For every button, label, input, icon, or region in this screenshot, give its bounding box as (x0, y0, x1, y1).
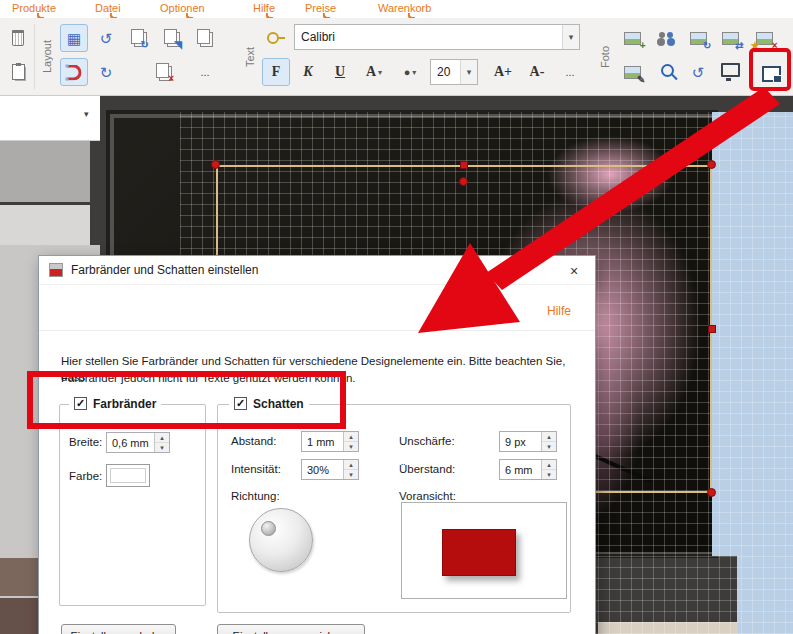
main-toolbar: Layout ▦ ↺ ↻ ◥ ↻ × ... Text Calibri ▾ F … (0, 18, 793, 96)
intensitaet-label: Intensität: (231, 463, 281, 475)
selection-rotation-handle[interactable] (459, 177, 468, 186)
find-person-button[interactable] (652, 58, 680, 86)
selection-handle-bottom-right[interactable] (707, 488, 716, 497)
fill-style-button[interactable]: ● ▾ (394, 58, 426, 86)
abstand-spinner[interactable]: 1 mm ▴▾ (301, 431, 359, 452)
menu-item-warenkorb[interactable]: Warenkorb (378, 2, 431, 14)
magnet-icon (67, 64, 82, 80)
sidebar-dropdown-icon[interactable]: ▾ (84, 109, 89, 119)
sidebar-thumbnail[interactable] (0, 141, 90, 202)
font-size-combo[interactable]: 20 ▾ (430, 59, 478, 85)
add-photo-button[interactable]: + (618, 24, 646, 52)
page-margin-area[interactable] (712, 112, 793, 556)
spin-up-icon[interactable]: ▴ (344, 432, 358, 442)
sidebar-color-swatch[interactable] (0, 558, 38, 596)
layer-pages-button[interactable] (191, 24, 219, 52)
delete-page-button[interactable]: × (150, 58, 178, 86)
snap-magnet-button[interactable] (60, 58, 88, 86)
rotate-right-button[interactable]: ↻ (92, 58, 120, 86)
selection-handle-top-center[interactable] (460, 161, 468, 169)
more-icon: ... (565, 67, 574, 78)
italic-button[interactable]: K (294, 58, 322, 86)
edit-photo-button[interactable]: ✎ (618, 58, 646, 86)
image-icon: ↻ (690, 32, 707, 45)
underline-button[interactable]: U (326, 58, 354, 86)
preview-red-rectangle (442, 529, 516, 576)
page-margin-area[interactable] (737, 556, 793, 634)
rotate-right-icon: ↻ (100, 65, 113, 80)
spin-down-icon[interactable]: ▾ (155, 443, 169, 452)
menu-item-preise[interactable]: Preise (305, 2, 336, 14)
sidebar-thumbnail[interactable] (0, 205, 90, 245)
farbe-color-swatch[interactable] (106, 464, 150, 487)
dial-knob[interactable] (261, 521, 276, 536)
chevron-down-icon[interactable]: ▾ (562, 25, 579, 49)
image-icon: ⇄ (722, 32, 739, 45)
load-settings-button[interactable]: Einstellungen laden (61, 624, 176, 634)
selection-handle-top-left[interactable] (211, 160, 220, 169)
direction-dial[interactable] (249, 508, 313, 572)
delete-button[interactable] (4, 24, 32, 52)
borders-shadows-dialog-button[interactable] (757, 60, 785, 88)
rotate-page-button[interactable]: ↺ (92, 24, 120, 52)
font-family-combo[interactable]: Calibri ▾ (294, 24, 580, 50)
refresh-photo-button[interactable]: ↻ (684, 24, 712, 52)
exchange-photo-button[interactable]: ⇄ (716, 24, 744, 52)
layout-more-button[interactable]: ... (191, 58, 219, 86)
spin-up-icon[interactable]: ▴ (542, 460, 556, 470)
spin-down-icon[interactable]: ▾ (542, 442, 556, 451)
preview-screen-button[interactable] (716, 58, 744, 86)
schatten-checkbox[interactable]: ✓ (234, 397, 247, 410)
menu-item-produkte[interactable]: Produkte (12, 2, 56, 14)
paste-button[interactable] (4, 58, 32, 86)
spin-up-icon[interactable]: ▴ (155, 433, 169, 443)
sidebar-color-swatch[interactable] (0, 598, 38, 634)
unschaerfe-spinner[interactable]: 9 px ▴▾ (499, 431, 557, 452)
swap-persons-button[interactable] (652, 24, 680, 52)
text-more-button[interactable]: ... (556, 58, 584, 86)
menu-item-optionen[interactable]: Optionen (160, 2, 205, 14)
italic-icon: K (303, 64, 312, 80)
font-size-value: 20 (431, 65, 460, 79)
selection-handle-top-right[interactable] (707, 160, 716, 169)
bold-button[interactable]: F (262, 58, 290, 86)
flip-page-button[interactable]: ↻ (125, 24, 153, 52)
save-settings-button[interactable]: Einstellungen speichern (217, 624, 365, 634)
menu-item-datei[interactable]: Datei (95, 2, 121, 14)
dialog-title-bar[interactable]: Farbränder und Schatten einstellen × (39, 256, 595, 285)
undo-photo-button[interactable]: ↺ (684, 58, 712, 86)
breite-combo[interactable]: 0,6 mm ▴▾ (106, 432, 170, 453)
ueberstand-label: Überstand: (399, 463, 455, 475)
font-manager-button[interactable] (262, 24, 290, 52)
foto-group-label: Foto (598, 18, 612, 95)
close-icon[interactable]: × (565, 262, 583, 280)
help-link[interactable]: Hilfe (547, 304, 571, 318)
spin-down-icon[interactable]: ▾ (344, 442, 358, 451)
remove-photo-button[interactable]: ×★ (750, 24, 778, 52)
sidebar-header: ▾ (0, 95, 100, 141)
ueberstand-spinner[interactable]: 6 mm ▴▾ (499, 459, 557, 480)
borders-shadows-dialog: Farbränder und Schatten einstellen × Hil… (38, 255, 596, 634)
spin-up-icon[interactable]: ▴ (542, 432, 556, 442)
font-color-button[interactable]: A ▾ (358, 58, 390, 86)
intensitaet-spinner[interactable]: 30% ▴▾ (301, 459, 359, 480)
image-icon: ✎ (624, 66, 641, 79)
breite-value: 0,6 mm (107, 433, 154, 452)
font-size-down-button[interactable]: A- (522, 58, 552, 86)
spin-down-icon[interactable]: ▾ (542, 470, 556, 479)
toggle-grid-button[interactable]: ▦ (60, 24, 88, 52)
selection-handle-middle-right[interactable] (708, 325, 716, 333)
farbraender-checkbox[interactable]: ✓ (74, 397, 87, 410)
font-size-up-button[interactable]: A+ (488, 58, 518, 86)
magnifier-icon (661, 64, 674, 77)
spin-down-icon[interactable]: ▾ (344, 470, 358, 479)
page-edge (598, 622, 738, 634)
page-icon: × (156, 63, 169, 78)
farbe-label: Farbe: (69, 470, 102, 482)
spin-up-icon[interactable]: ▴ (344, 460, 358, 470)
chevron-down-icon[interactable]: ▾ (460, 60, 477, 84)
people-icon (658, 32, 674, 44)
copy-page-button[interactable]: ◥ (158, 24, 186, 52)
menu-item-hilfe[interactable]: Hilfe (253, 2, 275, 14)
stacked-pages-icon (197, 29, 210, 44)
